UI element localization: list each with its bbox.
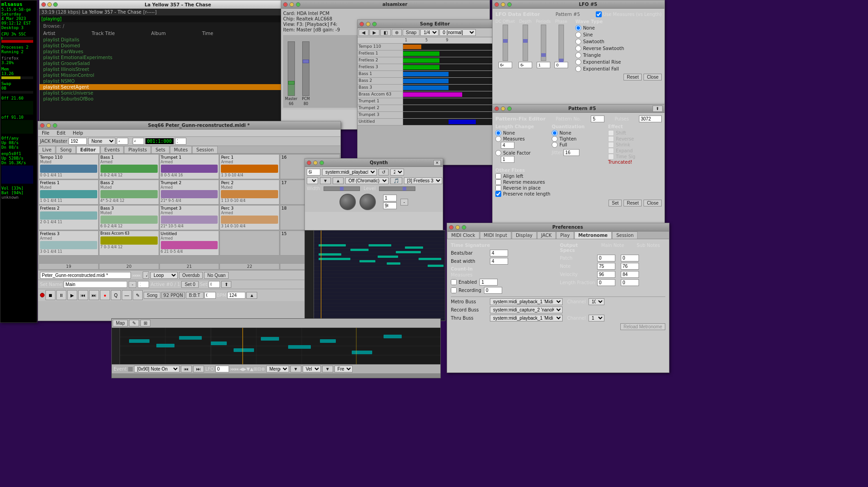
wave-rev-saw[interactable] <box>575 45 581 51</box>
tab-play[interactable]: Play <box>556 231 574 239</box>
note-sub[interactable] <box>621 263 639 270</box>
dc-val[interactable] <box>499 62 512 68</box>
pf-expand-btn[interactable]: ⬆ <box>653 105 663 112</box>
transport-pause[interactable]: ⏸ <box>56 290 66 300</box>
bpm-up[interactable]: ▲ <box>246 292 257 299</box>
tab-midi-clock[interactable]: MIDI Clock <box>447 231 479 239</box>
lfo-val-input[interactable] <box>215 366 229 372</box>
event-next[interactable]: ⏭ <box>193 366 204 372</box>
qsynth-chromatic[interactable]: Off (Chromatic) <box>345 177 389 184</box>
pf-min-btn[interactable] <box>501 106 505 111</box>
ef-shrink[interactable] <box>608 142 614 148</box>
playlist-item-6[interactable]: playlist MissionControl <box>40 72 312 78</box>
qsynth-patch-btn[interactable]: 🎵 <box>390 177 402 184</box>
transport-stop[interactable]: ⏹ <box>45 290 55 300</box>
song-paste[interactable]: ⊕ <box>392 29 402 36</box>
cell-tempo[interactable]: Tempo 110 Muted 0 0-1 4/4 11 <box>39 154 99 179</box>
patch-main[interactable] <box>597 255 615 261</box>
length-sub[interactable] <box>621 279 639 286</box>
song-undo[interactable]: ◀ <box>359 29 369 36</box>
song-max[interactable] <box>372 22 377 26</box>
alsa-max[interactable] <box>296 2 300 7</box>
qsynth-max[interactable] <box>319 161 324 165</box>
event-prev[interactable]: ⏮ <box>181 366 192 372</box>
beats-val[interactable] <box>490 250 508 256</box>
pf-reverse-place[interactable] <box>495 185 501 191</box>
lc-none[interactable] <box>495 130 501 136</box>
qsynth-val1[interactable] <box>383 195 397 201</box>
cell-bass2[interactable]: Bass 2 Muted 4* 5-2 4/4 12 <box>99 180 159 205</box>
lfo-min-btn[interactable] <box>501 2 505 7</box>
song-min[interactable] <box>366 22 370 26</box>
ef-time-sig[interactable] <box>608 154 614 160</box>
wave-sine[interactable] <box>575 32 581 38</box>
enabled-val[interactable] <box>479 279 498 286</box>
tab-midi-input[interactable]: MIDI Input <box>480 231 511 239</box>
transport-fwd[interactable]: ⏭ <box>89 290 99 300</box>
pf-pulses[interactable] <box>639 115 662 122</box>
wave-none[interactable] <box>575 25 581 31</box>
pf-reset-btn[interactable]: Reset <box>624 200 642 206</box>
pr-edit-btn[interactable]: ✎ <box>129 320 139 326</box>
transport-minus[interactable]: — <box>122 290 132 300</box>
patch-sub[interactable] <box>621 255 639 261</box>
num-21[interactable]: 21 <box>160 263 219 270</box>
pf-reverse-measures[interactable] <box>495 179 501 185</box>
vel-btn[interactable]: ▼ <box>322 366 333 372</box>
song-mode-sel[interactable]: 0 [normal] <box>439 29 476 36</box>
transport-back[interactable]: ⏮ <box>78 290 88 300</box>
pf-jitter-val[interactable] <box>564 149 579 156</box>
ppqn-input[interactable] <box>69 138 87 145</box>
time-den[interactable] <box>133 138 144 145</box>
song-snap-val[interactable]: 1/4 <box>420 29 439 36</box>
tab-display[interactable]: Display <box>512 231 537 239</box>
lc-scale[interactable] <box>495 150 501 156</box>
qsynth-transpose-up[interactable]: ▲ <box>333 177 344 184</box>
playlist-item-9[interactable]: playlist SonicUniverse <box>40 90 312 96</box>
tab-editor[interactable]: Editor <box>76 146 100 153</box>
merge-btn[interactable]: ▼ <box>290 366 301 372</box>
tab-session[interactable]: Session <box>612 231 638 239</box>
bpm-input[interactable] <box>227 292 245 299</box>
pf-pattern-no[interactable] <box>591 115 604 122</box>
lfo-reset-btn[interactable]: Reset <box>624 74 642 80</box>
qsynth-chan[interactable]: 2 <box>390 169 404 176</box>
tab-events[interactable]: Events <box>100 146 124 153</box>
ef-shift[interactable] <box>608 130 614 136</box>
num-20[interactable]: 20 <box>99 263 159 270</box>
num-19[interactable]: 19 <box>39 263 99 270</box>
bbt-val[interactable] <box>205 292 216 299</box>
playlist-item-2[interactable]: playlist EarWaves <box>40 49 312 55</box>
pr-map-btn[interactable]: Map <box>113 320 128 326</box>
qsynth-patch[interactable]: [3] Fretless 3 <box>404 177 442 184</box>
tab-metronome[interactable]: Metronome <box>574 231 612 239</box>
none-select[interactable]: None <box>88 138 115 145</box>
max-btn[interactable] <box>53 2 58 7</box>
tab-session[interactable]: Session <box>192 146 218 153</box>
seq66-close[interactable] <box>40 123 45 128</box>
use-measures-check[interactable] <box>596 11 602 17</box>
qt-full[interactable] <box>552 142 558 148</box>
lfo-close-btn[interactable] <box>494 2 499 7</box>
pf-align-left[interactable] <box>495 173 501 179</box>
channel-sel1[interactable]: 10 <box>589 298 604 305</box>
reverb-knob[interactable] <box>339 194 356 210</box>
set-minus-btn[interactable]: - <box>129 281 136 288</box>
qsynth-midi-sel[interactable]: system:midi_playback_1 'Mi <box>322 169 377 176</box>
wave-sawtooth[interactable] <box>575 39 581 45</box>
reload-metro-btn[interactable]: Reload Metronome <box>620 323 665 330</box>
qsynth-val2[interactable] <box>383 202 397 209</box>
time-num[interactable] <box>117 138 128 145</box>
qt-none[interactable] <box>552 130 558 136</box>
transport-play[interactable]: ▶ <box>67 290 77 300</box>
cell-perc2[interactable]: Perc 2 Muted 1 13 0-10 4/4 <box>219 180 279 205</box>
song-copy[interactable]: ◧ <box>380 29 391 36</box>
recording-val[interactable] <box>484 287 502 294</box>
record-buss-sel[interactable]: system:midi_capture_2 'nanoKEY2' <box>490 306 563 313</box>
cell-empty1[interactable] <box>219 231 279 256</box>
pf-close-btn[interactable] <box>494 106 499 111</box>
wave-tri[interactable] <box>575 52 581 58</box>
channel-sel2[interactable]: 1 <box>589 315 604 321</box>
set-name-input[interactable] <box>64 281 127 288</box>
vel-sel[interactable]: Vel <box>303 366 321 372</box>
